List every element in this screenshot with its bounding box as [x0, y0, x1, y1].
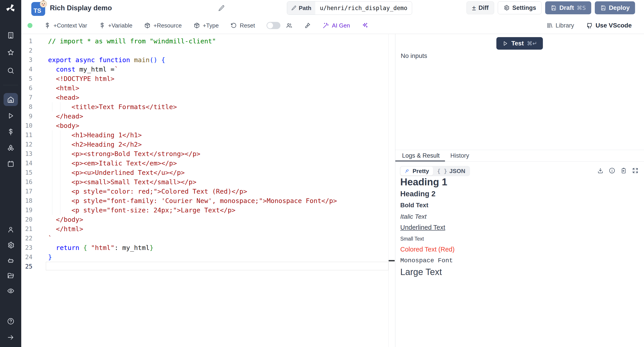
line-number: 2	[21, 46, 32, 55]
indent-guide	[60, 130, 60, 215]
sidebar-item-schedules[interactable]	[4, 158, 17, 170]
draft-button[interactable]: Draft ⌘S	[545, 1, 591, 14]
code-line: </head>	[48, 112, 337, 121]
line-number: 20	[21, 215, 32, 224]
play-icon	[502, 40, 508, 46]
add-context-var-button[interactable]: +Context Var	[44, 22, 87, 29]
sidebar-divider	[3, 85, 18, 85]
sidebar-item-variables[interactable]	[4, 126, 17, 138]
line-number: 21	[21, 224, 32, 234]
overview-ruler[interactable]	[388, 34, 389, 347]
search-icon	[7, 67, 14, 74]
language-badge: TS	[31, 2, 45, 16]
result-actions	[597, 167, 639, 174]
path-value[interactable]: u/henri/rich_display_demo	[315, 2, 412, 14]
line-number: 22	[21, 234, 32, 243]
line-number: 11	[21, 130, 32, 140]
sidebar-item-audit-logs[interactable]	[4, 284, 17, 297]
pretty-view-button[interactable]: Pretty	[400, 166, 433, 176]
test-shortcut: ⌘↵	[527, 40, 537, 47]
code-line: }	[48, 252, 337, 262]
test-button[interactable]: Test ⌘↵	[496, 37, 543, 50]
sidebar-item-workspace[interactable]	[4, 29, 17, 42]
line-number: 14	[21, 158, 32, 168]
indent-guide	[60, 102, 60, 112]
sidebar-item-folders[interactable]	[4, 270, 17, 282]
windmill-logo[interactable]	[5, 3, 16, 14]
diff-button[interactable]: ± Diff	[466, 1, 494, 14]
line-number: 9	[21, 112, 32, 121]
line-number: 16	[21, 177, 32, 187]
code-line: const my_html =`	[48, 64, 337, 74]
code-line: </body>	[48, 215, 337, 224]
sparkles-icon	[362, 22, 368, 29]
sidebar-item-runs[interactable]	[4, 110, 17, 122]
multiplayer-toggle[interactable]	[266, 22, 280, 29]
add-type-button[interactable]: +Type	[194, 22, 219, 29]
tab-history[interactable]: History	[450, 150, 469, 162]
expand-icon[interactable]	[632, 167, 639, 174]
sidebar-item-favorites[interactable]	[4, 46, 17, 59]
sidebar-expand-button[interactable]	[4, 331, 17, 344]
download-icon[interactable]	[597, 167, 604, 174]
sidebar-item-search[interactable]	[4, 64, 17, 77]
reset-button[interactable]: Reset	[230, 22, 255, 29]
path-widget[interactable]: Path u/henri/rich_display_demo	[287, 1, 412, 15]
clipboard-copy-icon[interactable]	[620, 167, 627, 174]
use-vscode-button[interactable]: Use VScode	[586, 22, 632, 29]
code-line: <h1>Heading 1</h1>	[48, 130, 337, 140]
line-number: 13	[21, 149, 32, 158]
code-line: <p><small>Small Text</small></p>	[48, 177, 337, 187]
add-resource-button[interactable]: +Resource	[144, 22, 182, 29]
ai-sparkles-button[interactable]	[362, 22, 368, 29]
sidebar-item-home[interactable]	[4, 93, 18, 106]
format-code-button[interactable]	[304, 22, 311, 29]
path-label: Path	[287, 2, 315, 14]
indent-guide	[52, 130, 52, 215]
code-line: <html>	[48, 84, 337, 93]
json-view-button[interactable]: { } JSON	[433, 166, 469, 176]
active-line-highlight	[46, 262, 388, 270]
add-variable-button[interactable]: +Variable	[99, 22, 132, 29]
line-number: 4	[21, 64, 32, 74]
code-line: // import * as wmill from "windmill-clie…	[48, 36, 337, 46]
star-icon	[7, 49, 14, 56]
collaborators-button[interactable]	[286, 22, 292, 29]
line-number: 12	[21, 140, 32, 149]
help-icon	[7, 318, 14, 325]
sidebar-item-settings[interactable]	[4, 239, 17, 252]
line-number: 15	[21, 168, 32, 177]
line-number: 17	[21, 187, 32, 196]
ai-gen-button[interactable]: AI Gen	[322, 22, 350, 29]
code-line: export async function main() {	[48, 55, 337, 64]
sidebar	[0, 0, 21, 347]
code-line: <p><em>Italic Text</em></p>	[48, 158, 337, 168]
settings-button[interactable]: Settings	[498, 1, 542, 14]
dollar-icon	[44, 22, 51, 29]
info-icon[interactable]	[609, 167, 616, 174]
github-icon	[586, 22, 593, 29]
gear-icon	[7, 242, 14, 249]
line-number: 3	[21, 55, 32, 64]
result-text-underline: Underlined Text	[400, 224, 639, 231]
code-editor[interactable]: 1234567891011121314151617181920212223242…	[21, 34, 395, 347]
dollar-icon	[7, 128, 14, 136]
sidebar-item-workers[interactable]	[4, 254, 17, 267]
edit-summary-icon[interactable]	[218, 5, 225, 12]
deploy-button[interactable]: Deploy	[595, 1, 635, 14]
no-inputs-label: No inputs	[401, 52, 427, 60]
result-text-h2: Heading 2	[400, 190, 639, 198]
library-button[interactable]: Library	[546, 22, 574, 29]
eye-icon	[7, 287, 14, 295]
preview-panel: Test ⌘↵ No inputs Logs & Result History …	[395, 34, 644, 347]
result-text-bold: Bold Text	[400, 202, 639, 209]
paintbrush-icon	[304, 22, 311, 29]
sidebar-item-users[interactable]	[4, 223, 17, 236]
sidebar-item-help[interactable]	[4, 315, 17, 328]
calendar-icon	[7, 160, 14, 168]
code-line: <p><strong>Bold Text</strong></p>	[48, 149, 337, 158]
sidebar-item-resources[interactable]	[4, 142, 17, 154]
result-view-toggle: Pretty { } JSON	[400, 166, 470, 176]
line-number: 1	[21, 36, 32, 46]
tab-logs-result[interactable]: Logs & Result	[402, 150, 440, 162]
